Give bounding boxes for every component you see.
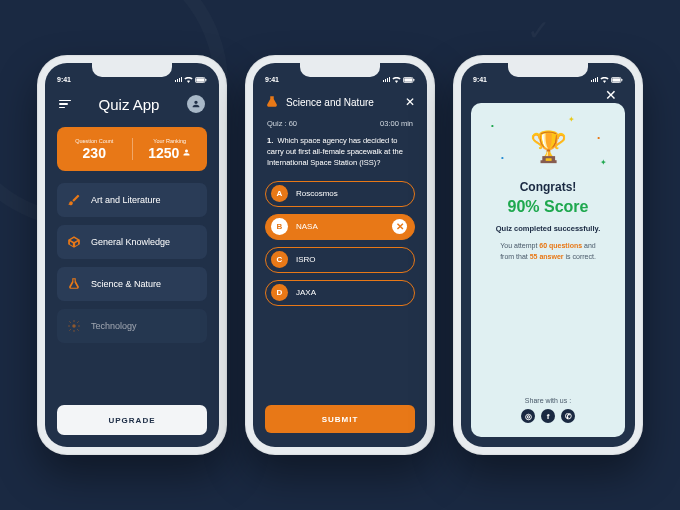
congrats-title: Congrats! bbox=[520, 180, 577, 194]
app-title: Quiz App bbox=[99, 96, 160, 113]
phone-result: 9:41 ✕ • • • ✦ ✦ 🏆 Congrats! 90% Score Q… bbox=[453, 55, 643, 455]
option-label: ISRO bbox=[296, 255, 316, 264]
option-a[interactable]: A Roscosmos bbox=[265, 181, 415, 207]
option-letter: D bbox=[271, 284, 288, 301]
status-time: 9:41 bbox=[473, 76, 487, 83]
question-block: 1. Which space agency has decided to car… bbox=[253, 134, 427, 177]
battery-icon bbox=[611, 77, 623, 83]
battery-icon bbox=[195, 77, 207, 83]
option-b[interactable]: B NASA ✕ bbox=[265, 214, 415, 240]
question-number: 1. bbox=[267, 136, 273, 145]
category-label: Art and Literature bbox=[91, 195, 161, 205]
wifi-icon bbox=[184, 76, 193, 83]
signal-icon bbox=[175, 77, 183, 82]
score-value: 90% Score bbox=[508, 198, 589, 216]
option-label: Roscosmos bbox=[296, 189, 338, 198]
svg-rect-9 bbox=[621, 78, 622, 81]
category-label: General Knowledge bbox=[91, 237, 170, 247]
ranking-value: 1250 bbox=[148, 145, 179, 161]
tech-icon bbox=[67, 319, 81, 333]
option-label: NASA bbox=[296, 222, 318, 231]
dice-icon bbox=[67, 235, 81, 249]
option-d[interactable]: D JAXA bbox=[265, 280, 415, 306]
quiz-category-title: Science and Nature bbox=[286, 97, 398, 108]
category-technology[interactable]: Technology bbox=[57, 309, 207, 343]
rank-icon bbox=[182, 148, 191, 157]
share-phone-icon[interactable]: ✆ bbox=[561, 409, 575, 423]
svg-rect-5 bbox=[404, 78, 412, 81]
wifi-icon bbox=[600, 76, 609, 83]
profile-avatar[interactable] bbox=[187, 95, 205, 113]
option-c[interactable]: C ISRO bbox=[265, 247, 415, 273]
phone-home: 9:41 Quiz App Question Count 230 Your Ra… bbox=[37, 55, 227, 455]
svg-rect-6 bbox=[413, 78, 414, 81]
ranking-label: Your Ranking bbox=[153, 138, 186, 144]
share-label: Share with us : bbox=[525, 397, 571, 404]
option-label: JAXA bbox=[296, 288, 316, 297]
svg-point-3 bbox=[72, 324, 76, 328]
battery-icon bbox=[403, 77, 415, 83]
option-letter: B bbox=[271, 218, 288, 235]
status-time: 9:41 bbox=[265, 76, 279, 83]
signal-icon bbox=[383, 77, 391, 82]
category-science[interactable]: Science & Nature bbox=[57, 267, 207, 301]
quiz-timer: 03:00 min bbox=[380, 119, 413, 128]
flask-icon bbox=[67, 277, 81, 291]
option-letter: C bbox=[271, 251, 288, 268]
close-icon[interactable]: ✕ bbox=[405, 95, 415, 109]
close-icon[interactable]: ✕ bbox=[605, 87, 617, 103]
trophy-icon: 🏆 bbox=[530, 129, 567, 164]
phone-quiz: 9:41 Science and Nature ✕ Quiz : 60 03:0… bbox=[245, 55, 435, 455]
svg-rect-8 bbox=[612, 78, 620, 81]
share-facebook-icon[interactable]: f bbox=[541, 409, 555, 423]
stats-card: Question Count 230 Your Ranking 1250 bbox=[57, 127, 207, 171]
option-letter: A bbox=[271, 185, 288, 202]
wifi-icon bbox=[392, 76, 401, 83]
question-text: Which space agency has decided to carry … bbox=[267, 136, 403, 167]
submit-button[interactable]: SUBMIT bbox=[265, 405, 415, 433]
clear-selection-icon[interactable]: ✕ bbox=[392, 219, 407, 234]
flask-icon bbox=[265, 95, 279, 109]
upgrade-button[interactable]: UPGRADE bbox=[57, 405, 207, 435]
brush-icon bbox=[67, 193, 81, 207]
category-general[interactable]: General Knowledge bbox=[57, 225, 207, 259]
result-card: • • • ✦ ✦ 🏆 Congrats! 90% Score Quiz com… bbox=[471, 103, 625, 437]
quiz-count: Quiz : 60 bbox=[267, 119, 297, 128]
share-instagram-icon[interactable]: ◎ bbox=[521, 409, 535, 423]
status-time: 9:41 bbox=[57, 76, 71, 83]
result-detail: You attempt 60 questions and from that 5… bbox=[500, 241, 596, 262]
question-count-label: Question Count bbox=[75, 138, 113, 144]
category-label: Technology bbox=[91, 321, 137, 331]
completion-text: Quiz completed successfully. bbox=[496, 224, 600, 233]
category-art[interactable]: Art and Literature bbox=[57, 183, 207, 217]
svg-rect-2 bbox=[205, 78, 206, 81]
category-label: Science & Nature bbox=[91, 279, 161, 289]
question-count-value: 230 bbox=[83, 145, 106, 161]
signal-icon bbox=[591, 77, 599, 82]
menu-icon[interactable] bbox=[59, 100, 71, 109]
svg-rect-1 bbox=[196, 78, 204, 81]
